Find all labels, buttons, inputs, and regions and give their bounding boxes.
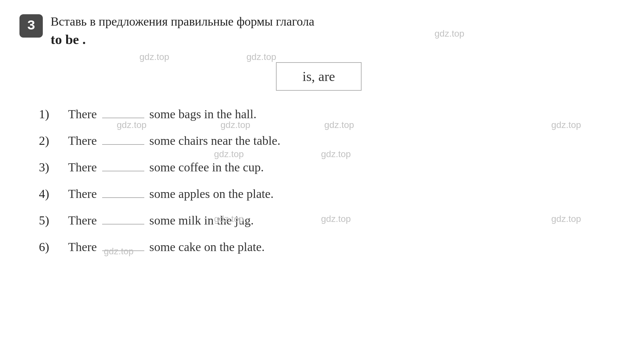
instruction-english: to be . (51, 32, 86, 47)
task-header: 3 Вставь в предложения правильные формы … (19, 13, 618, 49)
sentence-suffix: some coffee in the cup. (149, 160, 264, 174)
hint-box-row: is, are (19, 62, 618, 91)
sentence-prefix: There (68, 187, 97, 201)
blank-line[interactable] (102, 144, 144, 145)
watermark: gdz.top (246, 52, 276, 62)
sentence-prefix: There (68, 240, 97, 254)
sentence-suffix: some milk in the jug. (149, 213, 254, 227)
task-number-badge: 3 (19, 14, 43, 38)
sentence-number: 3) (39, 160, 68, 174)
hint-box: is, are (276, 62, 362, 91)
sentence-prefix: There (68, 213, 97, 227)
sentence-prefix: There (68, 160, 97, 174)
list-item: 4) There some apples on the plate. (39, 187, 618, 201)
blank-line[interactable] (102, 170, 144, 171)
blank-line[interactable] (102, 117, 144, 118)
watermark: gdz.top (139, 52, 169, 62)
sentences-list: 1) There some bags in the hall. 2) There… (39, 107, 618, 254)
sentence-suffix: some chairs near the table. (149, 133, 280, 148)
sentence-number: 5) (39, 213, 68, 227)
sentence-number: 4) (39, 187, 68, 201)
sentence-number: 2) (39, 133, 68, 148)
instruction-russian: Вставь в предложения правильные формы гл… (51, 15, 314, 28)
list-item: 3) There some coffee in the cup. (39, 160, 618, 174)
sentence-suffix: some cake on the plate. (149, 240, 265, 254)
sentence-prefix: There (68, 107, 97, 121)
list-item: 2) There some chairs near the table. (39, 133, 618, 148)
page: 3 Вставь в предложения правильные формы … (0, 0, 644, 357)
list-item: 5) There some milk in the jug. (39, 213, 618, 227)
task-number: 3 (27, 18, 35, 34)
sentence-number: 1) (39, 107, 68, 121)
sentence-suffix: some bags in the hall. (149, 107, 256, 121)
sentence-number: 6) (39, 240, 68, 254)
sentence-prefix: There (68, 133, 97, 148)
list-item: 6) There some cake on the plate. (39, 240, 618, 254)
list-item: 1) There some bags in the hall. (39, 107, 618, 121)
hint-text: is, are (303, 69, 335, 84)
blank-line[interactable] (102, 250, 144, 251)
blank-line[interactable] (102, 197, 144, 198)
task-instruction: Вставь в предложения правильные формы гл… (51, 13, 314, 49)
sentence-suffix: some apples on the plate. (149, 187, 274, 201)
blank-line[interactable] (102, 223, 144, 225)
